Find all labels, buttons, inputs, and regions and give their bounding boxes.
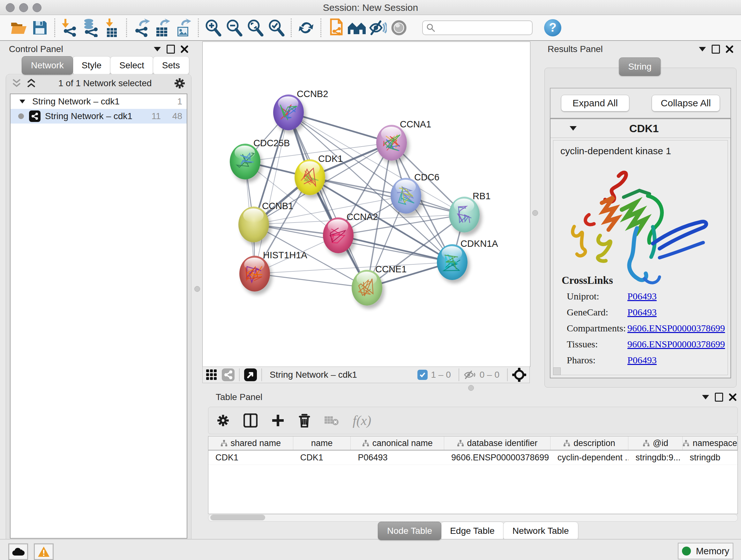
refresh-icon[interactable] [295,17,317,38]
import-network-file-icon[interactable] [59,17,80,38]
left-splitter-handle[interactable] [194,286,200,292]
table-cell[interactable]: CDK1 [208,450,293,464]
show-columns-icon[interactable] [244,414,258,428]
function-builder-icon[interactable]: f(x) [353,413,371,428]
table-horizontal-scrollbar[interactable] [208,514,738,522]
memory-button[interactable]: Memory [678,543,733,559]
selected-checkbox-icon[interactable] [417,370,428,380]
table-cell[interactable]: stringdb:9... [628,450,683,464]
panel-menu-icon[interactable] [702,395,709,399]
export-image-icon[interactable] [173,17,194,38]
zoom-selected-icon[interactable] [266,17,287,38]
help-button[interactable]: ? [544,19,561,37]
tab-node-table[interactable]: Node Table [378,522,441,540]
edge[interactable] [255,273,367,288]
delete-column-icon[interactable] [298,414,311,428]
expand-all-icon[interactable] [26,79,36,88]
close-panel-icon[interactable] [729,393,737,401]
panel-menu-icon[interactable] [699,47,706,51]
tab-network[interactable]: Network [22,56,73,75]
crosslink-link[interactable]: 9606.ENSP00000378699 [627,339,725,350]
table-cell[interactable]: cyclin-dependent ... [550,450,629,464]
detach-view-icon[interactable] [244,368,257,381]
table-cell[interactable]: P06493 [351,450,444,464]
network-canvas[interactable]: CCNB2CCNA1CDC25BCDK1CDC6RB1CCNB1CCNA2CDK… [202,42,530,367]
grid-view-icon[interactable] [206,369,217,381]
homology-houses-icon[interactable] [346,17,367,38]
results-scroll-nub[interactable] [553,368,561,375]
edge[interactable] [288,112,392,143]
enhanced-labels-orb-icon[interactable] [388,17,409,38]
column-header-database-identifier[interactable]: database identifier [444,436,550,450]
share-view-icon[interactable] [222,368,234,381]
close-panel-icon[interactable] [181,45,188,53]
add-column-icon[interactable] [272,414,284,427]
import-table-file-icon[interactable] [101,17,122,38]
table-cell[interactable]: stringdb [683,450,738,464]
import-network-database-icon[interactable] [80,17,101,38]
float-panel-icon[interactable] [166,45,175,54]
panel-menu-icon[interactable] [154,47,161,51]
gene-expander-icon[interactable] [569,126,577,131]
export-network-icon[interactable] [131,17,152,38]
network-options-gear-icon[interactable] [174,78,185,89]
crosslink-link[interactable]: P06493 [627,291,657,302]
column-header-shared-name[interactable]: shared name [208,436,293,450]
save-session-icon[interactable] [29,17,51,38]
warning-status-button[interactable] [34,543,54,560]
network-node-CDC25B[interactable] [230,144,260,179]
tab-edge-table[interactable]: Edge Table [441,522,504,540]
table-row[interactable]: CDK1CDK1P064939606.ENSP00000378699cyclin… [208,450,738,465]
open-session-icon[interactable] [8,17,29,38]
tab-style[interactable]: Style [72,56,111,75]
zoom-fit-icon[interactable] [245,17,266,38]
column-header-@id[interactable]: @id [628,436,683,450]
table-options-gear-icon[interactable] [217,414,229,427]
hidden-eye-icon[interactable] [464,370,476,380]
tab-sets[interactable]: Sets [153,56,189,75]
column-header-canonical-name[interactable]: canonical name [351,436,444,450]
search-input[interactable] [435,22,526,33]
collapse-all-button[interactable]: Collapse All [652,95,720,111]
zoom-out-icon[interactable] [224,17,245,38]
network-collection-row[interactable]: String Network – cdk1 1 [10,94,187,109]
column-header-description[interactable]: description [550,436,629,450]
tree-expander-icon[interactable] [19,100,25,104]
column-header-name[interactable]: name [293,436,351,450]
export-table-icon[interactable] [152,17,173,38]
network-node-HIST1H1A[interactable] [239,256,270,292]
network-row-selected[interactable]: String Network – cdk1 11 48 [10,109,187,124]
network-node-CDKN1A[interactable] [437,244,468,280]
table-cell[interactable]: 9606.ENSP00000378699 [444,450,550,464]
crosslink-link[interactable]: 9606.ENSP00000378699 [627,323,725,334]
network-node-RB1[interactable] [449,197,480,233]
network-node-CCNE1[interactable] [352,270,382,306]
edge[interactable] [255,112,288,273]
scrollbar-thumb[interactable] [210,515,265,520]
string-import-icon[interactable] [325,17,346,38]
expand-all-button[interactable]: Expand All [561,95,629,111]
glass-effect-icon[interactable] [367,17,388,38]
network-node-CDC6[interactable] [391,178,421,213]
crosslink-link[interactable]: P06493 [627,307,657,318]
crosslink-link[interactable]: P06493 [627,355,657,366]
close-panel-icon[interactable] [726,45,733,53]
network-node-CCNB1[interactable] [239,206,269,242]
network-node-CCNA1[interactable] [376,125,407,161]
network-node-CDK1[interactable] [294,159,325,195]
results-tab-string[interactable]: String [619,57,661,76]
zoom-in-icon[interactable] [203,17,224,38]
float-panel-icon[interactable] [715,393,723,401]
collapse-all-icon[interactable] [12,79,21,88]
edge[interactable] [338,235,452,262]
right-splitter-handle[interactable] [532,210,538,216]
edge[interactable] [288,112,367,288]
float-panel-icon[interactable] [712,45,720,54]
tab-network-table[interactable]: Network Table [503,522,578,540]
column-header-namespace[interactable]: namespace [683,436,738,450]
tab-select[interactable]: Select [110,56,153,75]
network-node-CCNB2[interactable] [273,95,304,130]
table-cell[interactable]: CDK1 [293,450,351,464]
cloud-status-button[interactable] [8,543,28,560]
network-node-CCNA2[interactable] [323,217,354,253]
